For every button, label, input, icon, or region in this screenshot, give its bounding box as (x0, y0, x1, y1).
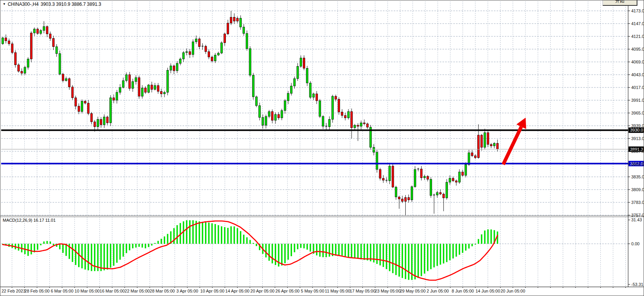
candle (116, 92, 118, 100)
candle (376, 152, 378, 169)
candle (243, 27, 245, 34)
candle (392, 166, 394, 187)
time-axis-label: 2 Jun 05:00 (427, 289, 449, 293)
time-axis-label: 20 Apr 05:00 (250, 289, 274, 293)
candle (198, 39, 200, 46)
candle (157, 86, 159, 91)
candle (87, 103, 89, 114)
candle (113, 98, 115, 100)
candle (354, 125, 356, 128)
candle (68, 79, 70, 87)
time-axis-label: 8 Jun 05:00 (452, 289, 474, 293)
candle (367, 124, 369, 127)
price-axis-label: 4095.0 (631, 47, 644, 51)
candle (81, 101, 83, 112)
candle (94, 122, 96, 127)
price-axis-label: 3913.0 (631, 136, 644, 141)
price-axis-label: 3835.0 (631, 175, 644, 179)
candle (357, 125, 359, 127)
candle (383, 178, 384, 180)
candle (297, 66, 299, 79)
candle (170, 66, 172, 70)
candle (50, 34, 51, 38)
candle (373, 147, 375, 152)
chevron-down-icon[interactable]: ▼ (3, 2, 6, 6)
candle (246, 33, 248, 48)
macd-axis-label: 0.00 (631, 241, 639, 246)
candle (347, 111, 349, 118)
candle (236, 18, 238, 21)
candle (164, 92, 166, 94)
candle (278, 115, 280, 118)
candle (2, 38, 4, 44)
candle (214, 55, 216, 61)
candle (224, 34, 226, 43)
price-axis-label: 4147.0 (631, 21, 644, 26)
time-axis-label: 3 Apr 05:00 (176, 289, 198, 293)
indicator-label: MACD(12,26,9) 16.17 11.01 (3, 218, 56, 222)
candle (471, 153, 473, 156)
candle (46, 27, 48, 34)
candle (319, 101, 321, 116)
candle (183, 53, 184, 59)
candle (205, 46, 207, 51)
candle (344, 115, 346, 118)
candle (462, 172, 464, 175)
candle (481, 135, 483, 147)
candle (487, 133, 489, 144)
candle (84, 101, 86, 103)
candle (161, 91, 162, 94)
price-axis-label: 3862.0 (631, 162, 644, 166)
price-axis-label: 3887.0 (631, 149, 644, 154)
chart-window: 3930.03891.33862.04173.04147.04121.04095… (0, 0, 644, 296)
candle (275, 115, 277, 120)
candle (300, 58, 302, 67)
start-button[interactable]: 开始 (603, 0, 637, 6)
candle (338, 99, 340, 112)
candle (458, 172, 460, 182)
candle (132, 82, 134, 89)
candle (217, 53, 219, 55)
price-axis-label: 4173.0 (631, 9, 644, 13)
candle (189, 51, 191, 55)
candle (145, 88, 147, 92)
candle (268, 111, 270, 116)
candle (230, 17, 232, 23)
candle (455, 181, 457, 182)
chart-area[interactable]: 3930.03891.33862.04173.04147.04121.04095… (0, 0, 644, 296)
candle (398, 197, 400, 199)
candle (122, 80, 124, 87)
price-axis-label: 3991.0 (631, 98, 644, 103)
candle (478, 135, 480, 157)
candle (401, 199, 403, 201)
candle (313, 94, 314, 98)
candle (24, 67, 26, 73)
candle (59, 53, 61, 74)
candle (427, 176, 429, 180)
candle (249, 49, 251, 75)
candle (389, 166, 391, 181)
candle (154, 86, 156, 89)
candle (414, 169, 416, 186)
candle (141, 88, 143, 96)
symbol-timeframe-label: CHINA300-,H4 (8, 2, 39, 7)
price-axis-label: 4043.0 (631, 72, 644, 77)
time-axis-label: 14 Jun 05:00 (475, 289, 500, 293)
candle (21, 71, 23, 73)
time-axis-label: 28 Mar 05:00 (150, 289, 175, 293)
candle (211, 57, 213, 61)
ohlc-values-label: 3903.3 3910.9 3886.7 3891.3 (41, 2, 101, 7)
candle (167, 70, 169, 92)
candle (341, 112, 343, 115)
time-axis-label: 22 Feb 2023 (2, 289, 26, 293)
candle (490, 144, 492, 146)
candle (233, 17, 235, 21)
candle (446, 182, 448, 198)
svg-text:3930.0: 3930.0 (630, 128, 643, 132)
candle (265, 116, 267, 125)
candle (176, 63, 178, 71)
candle (442, 194, 444, 198)
candle (294, 79, 296, 86)
candle (240, 18, 242, 27)
time-axis-label: 22 Mar 05:00 (125, 289, 150, 293)
